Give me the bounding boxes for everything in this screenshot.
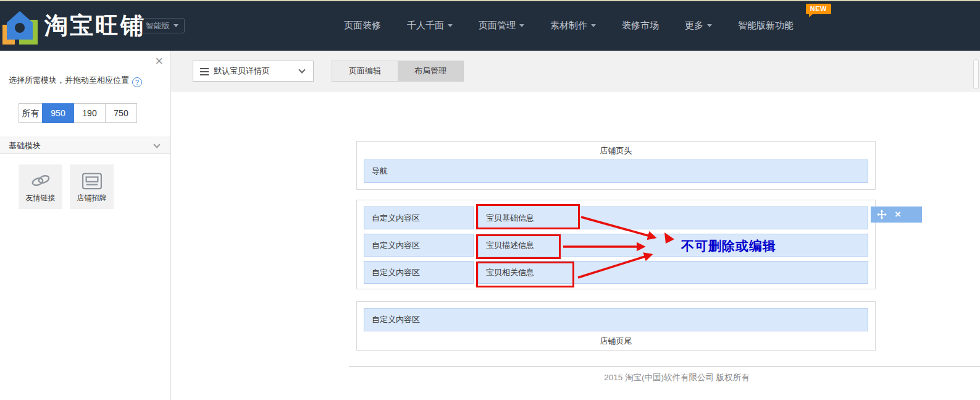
chevron-down-icon <box>153 141 160 148</box>
size-tab-950[interactable]: 950 <box>42 103 74 123</box>
new-badge: NEW <box>806 4 831 14</box>
nav-item-decorate-market[interactable]: 装修市场 <box>609 20 672 32</box>
nav-item-material-make[interactable]: 素材制作 <box>537 20 609 32</box>
close-icon[interactable]: × <box>895 207 901 222</box>
caret-down-icon <box>591 24 596 27</box>
link-icon <box>30 172 52 189</box>
vertical-scrollbar[interactable] <box>973 59 979 89</box>
caret-down-icon <box>448 24 453 27</box>
banner-icon <box>81 172 103 190</box>
section-title: 基础模块 <box>9 137 41 154</box>
module-label: 友情链接 <box>19 193 62 203</box>
caret-down-icon <box>174 24 178 27</box>
annotation-arrows <box>531 198 685 291</box>
taobao-wangpu-logo-icon <box>2 10 38 47</box>
module-label: 店铺招牌 <box>70 193 114 203</box>
caret-down-icon <box>707 24 712 27</box>
top-header: 淘宝旺铺 智能版 页面装修 千人千面 页面管理 素材制作 装修市场 更多 智能版… <box>0 0 980 51</box>
chevron-down-icon <box>298 66 305 73</box>
custom-content-cell[interactable]: 自定义内容区 <box>364 234 474 257</box>
nav-item-page-manage[interactable]: 页面管理 <box>466 20 537 32</box>
custom-content-cell[interactable]: 自定义内容区 <box>364 206 474 229</box>
nav-item-more[interactable]: 更多 <box>672 20 725 32</box>
custom-content-bar[interactable]: 自定义内容区 <box>364 308 868 331</box>
size-tab-190[interactable]: 190 <box>73 103 106 123</box>
panel-instruction: 选择所需模块，并拖动至相应位置? <box>9 75 142 87</box>
shop-footer-label: 店铺页尾 <box>357 336 875 347</box>
page-select-value: 默认宝贝详情页 <box>214 61 270 81</box>
size-tab-all[interactable]: 所有 <box>19 103 43 123</box>
page: 淘宝旺铺 智能版 页面装修 千人千面 页面管理 素材制作 装修市场 更多 智能版… <box>0 0 980 400</box>
logo-text: 淘宝旺铺 <box>44 0 146 51</box>
page-select-dropdown[interactable]: 默认宝贝详情页 <box>193 61 314 82</box>
footer-divider <box>349 366 980 367</box>
preview-header-box: 店铺页头 导航 <box>356 141 876 190</box>
help-icon[interactable]: ? <box>132 77 142 87</box>
size-filter-tabs: 所有 950 190 750 <box>19 103 137 123</box>
close-icon[interactable]: × <box>155 54 163 68</box>
shop-header-label: 店铺页头 <box>357 142 875 160</box>
caret-down-icon <box>519 24 524 27</box>
size-tab-750[interactable]: 750 <box>105 103 137 123</box>
module-card-friend-links[interactable]: 友情链接 <box>19 164 62 209</box>
row-hover-toolbar: × <box>871 206 922 223</box>
tab-page-edit[interactable]: 页面编辑 <box>332 61 398 81</box>
editor-mode-tabs: 页面编辑 布局管理 <box>332 61 464 82</box>
section-header-basic-modules[interactable]: 基础模块 <box>0 137 170 154</box>
module-panel-sidebar: × 选择所需模块，并拖动至相应位置? 所有 950 190 750 基础模块 友… <box>0 51 171 400</box>
version-label: 智能版 <box>146 21 170 30</box>
nav-item-thousand-faces[interactable]: 千人千面 <box>394 20 466 32</box>
editor-toolbar: 默认宝贝详情页 页面编辑 布局管理 <box>171 51 980 91</box>
main-nav: 页面装修 千人千面 页面管理 素材制作 装修市场 更多 智能版新功能 NEW <box>331 0 806 51</box>
custom-content-cell[interactable]: 自定义内容区 <box>364 261 474 284</box>
nav-item-page-decorate[interactable]: 页面装修 <box>331 20 394 32</box>
preview-footer-box: 自定义内容区 店铺页尾 <box>356 301 876 351</box>
move-icon[interactable] <box>877 210 887 219</box>
nav-item-smart-new-features[interactable]: 智能版新功能 NEW <box>725 20 806 32</box>
nav-module-bar[interactable]: 导航 <box>364 160 868 183</box>
hamburger-icon <box>200 68 209 77</box>
copyright-text: 2015 淘宝(中国)软件有限公司 版权所有 <box>361 372 980 383</box>
tab-layout-manage[interactable]: 布局管理 <box>398 61 463 81</box>
module-card-shop-sign[interactable]: 店铺招牌 <box>70 164 114 209</box>
version-dropdown-button[interactable]: 智能版 <box>140 18 185 33</box>
logo-house-hole <box>15 23 25 33</box>
annotation-note: 不可删除或编辑 <box>681 237 776 255</box>
